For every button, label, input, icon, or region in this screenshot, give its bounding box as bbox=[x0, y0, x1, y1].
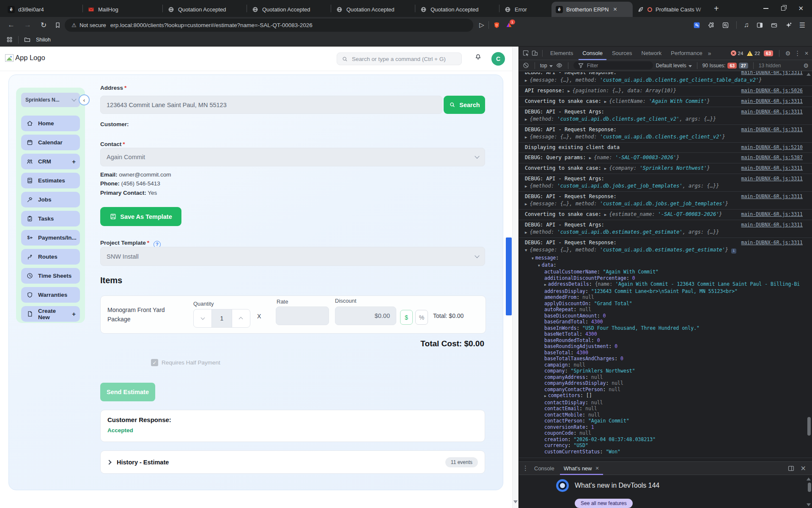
url-text[interactable]: erp.local:8000/clients?lookup=customer#/… bbox=[110, 22, 313, 28]
drawer-close-icon[interactable] bbox=[801, 464, 806, 472]
media-icon[interactable]: ♫ bbox=[744, 21, 749, 29]
tab-elements[interactable]: Elements bbox=[546, 47, 577, 60]
expand-arrow-icon[interactable]: ▶ bbox=[525, 135, 527, 139]
rate-input[interactable] bbox=[276, 306, 329, 325]
address-bar[interactable]: ⚠ Not secure erp.local:8000/clients?look… bbox=[65, 19, 473, 32]
expand-arrow-icon[interactable]: ▶ bbox=[525, 117, 527, 121]
sidebar-item-routes[interactable]: Routes bbox=[21, 249, 80, 265]
contact-select[interactable]: Again Commit bbox=[100, 148, 485, 166]
discount-dollar-toggle[interactable]: $ bbox=[400, 310, 413, 325]
tab-search-icon[interactable] bbox=[722, 22, 729, 29]
source-link[interactable]: main-DUBNX-6R.js:3311 bbox=[741, 239, 803, 246]
new-tab-button[interactable] bbox=[714, 4, 719, 14]
source-link[interactable]: main-DUBNX-6R.js:5387 bbox=[741, 154, 803, 161]
minimize-icon[interactable] bbox=[763, 8, 768, 9]
browser-tab[interactable]: ēBrotherton ERPN✕ bbox=[551, 2, 633, 17]
sidebar-item-estimates[interactable]: Estimates bbox=[21, 173, 80, 188]
tab-close-icon[interactable]: ✕ bbox=[613, 6, 617, 12]
expand-arrow-icon[interactable]: ▶ bbox=[604, 99, 606, 104]
discount-percent-toggle[interactable]: % bbox=[415, 310, 428, 325]
warning-count[interactable]: 22 bbox=[747, 51, 760, 56]
brave-shield-icon[interactable] bbox=[493, 22, 500, 29]
search-button[interactable]: Search bbox=[444, 96, 485, 114]
source-link[interactable]: main-DUBNX-6R.js:3311 bbox=[741, 126, 803, 133]
expand-arrow-icon[interactable]: ▶ bbox=[525, 78, 527, 83]
app-logo[interactable]: App Logo bbox=[5, 54, 45, 62]
source-link[interactable]: main-DUBNX-6R.js:3311 bbox=[741, 211, 803, 218]
source-link[interactable]: main-DUBNX-6R.js:5026 bbox=[741, 87, 803, 94]
wallet-icon[interactable] bbox=[771, 22, 778, 29]
expand-arrow-icon[interactable]: ▶ bbox=[568, 89, 570, 93]
add-icon[interactable]: + bbox=[72, 310, 76, 318]
tab-performance[interactable]: Performance bbox=[667, 47, 706, 60]
avatar[interactable]: C bbox=[491, 52, 505, 66]
source-link[interactable]: main-DUBNX-6R.js:5210 bbox=[741, 144, 803, 151]
address-input[interactable]: 123643 Commit Lane Saint Paul, MN 55123 bbox=[100, 96, 442, 114]
expand-arrow-icon[interactable]: ▶ bbox=[544, 283, 546, 287]
browser-tab[interactable]: MailHog bbox=[83, 2, 162, 17]
expand-arrow-icon[interactable]: ▶ bbox=[604, 166, 606, 171]
browser-tab[interactable]: ēd3i9ei0ar4 bbox=[3, 2, 82, 17]
quantity-value[interactable]: 1 bbox=[211, 309, 232, 327]
drawer-scrollbar-thumb[interactable] bbox=[808, 483, 811, 492]
page-scrollbar-track[interactable] bbox=[512, 47, 518, 508]
context-selector[interactable]: top bbox=[540, 63, 553, 69]
clear-console-icon[interactable] bbox=[522, 62, 529, 69]
sidebar-item-payments-in-[interactable]: $Payments/In... bbox=[21, 230, 80, 246]
see-all-features-button[interactable]: See all new features bbox=[575, 499, 633, 508]
devtools-close-icon[interactable] bbox=[804, 50, 809, 56]
scroll-down-arrow-icon[interactable] bbox=[513, 500, 518, 503]
source-link[interactable]: main-DUBNX-6R.js:3311 bbox=[741, 98, 803, 105]
expand-arrow-icon[interactable]: ▶ bbox=[589, 156, 591, 160]
source-link[interactable]: main-DUBNX-6R.js:3311 bbox=[741, 193, 803, 200]
dock-panel-icon[interactable] bbox=[787, 465, 795, 472]
add-icon[interactable]: + bbox=[72, 158, 76, 165]
reload-icon[interactable]: ↻ bbox=[41, 21, 47, 30]
extension-badge-icon[interactable]: 1 bbox=[505, 22, 513, 29]
info-icon[interactable]: i bbox=[731, 248, 736, 254]
source-link[interactable]: main-DUBNX-6R.js:3311 bbox=[741, 221, 803, 229]
menu-icon[interactable]: ☰ bbox=[799, 21, 805, 29]
security-label[interactable]: Not secure bbox=[80, 22, 106, 28]
leo-ai-icon[interactable] bbox=[785, 22, 792, 29]
console-filter-input[interactable]: Filter bbox=[573, 61, 653, 69]
browser-tab[interactable]: Quotation Accepted bbox=[332, 2, 414, 17]
more-tabs-icon[interactable] bbox=[708, 50, 711, 57]
source-link[interactable]: main-DUBNX-6R.js:3311 bbox=[741, 108, 803, 116]
tab-console[interactable]: Console bbox=[579, 47, 606, 60]
half-payment-checkbox[interactable]: ✓ bbox=[151, 359, 158, 366]
company-select[interactable]: Sprinklers N... bbox=[21, 93, 80, 107]
expand-arrow-icon[interactable]: ▼ bbox=[538, 264, 540, 268]
expand-arrow-icon[interactable]: ▶ bbox=[525, 202, 527, 206]
sidebar-item-jobs[interactable]: Jobs bbox=[21, 192, 80, 207]
password-manager-icon[interactable] bbox=[693, 22, 700, 29]
scroll-up-arrow-icon[interactable] bbox=[807, 478, 811, 480]
drawer-tab-whats-new[interactable]: What's new bbox=[560, 461, 603, 475]
expand-arrow-icon[interactable]: ▶ bbox=[525, 184, 527, 188]
browser-tab[interactable]: Quotation Accepted bbox=[416, 2, 499, 17]
sidebar-toggle-icon[interactable] bbox=[756, 22, 763, 29]
devtools-menu-icon[interactable] bbox=[794, 50, 801, 57]
browser-tab[interactable]: Profitable Casts W bbox=[633, 2, 709, 17]
error-count[interactable]: ✕24 bbox=[731, 50, 743, 56]
live-expression-eye-icon[interactable] bbox=[556, 62, 563, 69]
global-search-input[interactable]: Search or type a command (Ctrl + G) bbox=[337, 52, 462, 65]
bookmark-icon[interactable] bbox=[54, 22, 61, 29]
expand-arrow-icon[interactable]: ▼ bbox=[525, 248, 527, 252]
expand-arrow-icon[interactable]: ▶ bbox=[544, 394, 546, 398]
expand-arrow-icon[interactable]: ▶ bbox=[604, 213, 606, 217]
send-estimate-button[interactable]: Send Estimate bbox=[100, 383, 155, 401]
tab-sources[interactable]: Sources bbox=[608, 47, 636, 60]
apps-grid-icon[interactable] bbox=[6, 36, 13, 43]
sidebar-item-home[interactable]: Home bbox=[21, 116, 80, 131]
project-template-select[interactable]: SNW Install bbox=[100, 247, 485, 266]
send-tab-icon[interactable]: ▷ bbox=[479, 21, 484, 29]
notifications-bell-icon[interactable] bbox=[475, 53, 482, 61]
inspect-element-icon[interactable] bbox=[522, 50, 529, 57]
browser-tab[interactable]: Quotation Accepted bbox=[163, 2, 246, 17]
sidebar-collapse-button[interactable]: ‹ bbox=[79, 94, 90, 105]
sidebar-item-calendar[interactable]: Calendar bbox=[21, 135, 80, 150]
close-whats-new-icon[interactable] bbox=[595, 466, 599, 471]
sidebar-item-crm[interactable]: CRM+ bbox=[21, 154, 80, 169]
source-link[interactable]: main-DUBNX-6R.js:3311 bbox=[741, 71, 803, 76]
